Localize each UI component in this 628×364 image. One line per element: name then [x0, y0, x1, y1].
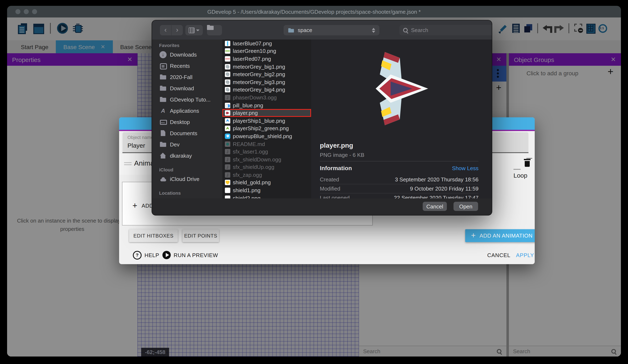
sidebar-item[interactable]: Dev	[152, 139, 222, 150]
sidebar-item[interactable]: Applications	[152, 105, 222, 117]
new-folder-button[interactable]	[207, 25, 222, 35]
information-title: Information	[320, 165, 352, 171]
info-row: Created 3 September 2020 Thursday 18:56	[320, 175, 478, 184]
locations-label: Locations	[159, 190, 222, 195]
file-dialog-footer: Cancel Open	[152, 198, 492, 215]
info-row: Last opened 22 September 2020 Tuesday 17…	[320, 193, 478, 198]
ship-green-icon	[225, 126, 230, 131]
help-icon: ?	[133, 251, 142, 260]
edit-points-button[interactable]: EDIT POINTS	[182, 229, 219, 242]
object-name-value: Player	[127, 142, 145, 149]
file-row[interactable]: meteorGrey_big2.png	[222, 70, 311, 78]
file-preview-pane: player.png PNG image - 6 KB Information …	[311, 40, 492, 198]
file-row[interactable]: laserRed07.png	[222, 55, 311, 62]
file-search-field[interactable]: Search	[399, 25, 492, 35]
current-folder-dropdown[interactable]: space	[284, 25, 379, 35]
apply-button[interactable]: APPLY	[516, 252, 534, 258]
file-row[interactable]: phaserDown3.ogg	[222, 94, 311, 101]
favorites-label: Favorites	[159, 43, 222, 48]
column-view-icon	[189, 27, 194, 33]
sidebar-item[interactable]: GDevelop Tuto...	[152, 94, 222, 105]
plus-icon: +	[471, 231, 476, 240]
shield-gold-icon	[225, 180, 230, 185]
forward-icon[interactable]: ›	[171, 25, 183, 35]
file-row[interactable]: laserGreen10.png	[222, 47, 311, 55]
applications-icon	[159, 107, 166, 114]
info-row: Modified 9 October 2020 Friday 11:59	[320, 184, 478, 193]
add-animation-button[interactable]: + ADD AN ANIMATION	[465, 229, 535, 242]
show-less-link[interactable]: Show Less	[452, 165, 478, 171]
help-button[interactable]: ? HELP	[133, 251, 159, 260]
search-icon	[403, 27, 408, 33]
view-mode-button[interactable]	[185, 25, 203, 35]
powerup-icon	[225, 133, 230, 139]
chevron-down-icon	[196, 29, 199, 31]
search-placeholder: Search	[411, 27, 428, 33]
file-list: laserBlue07.png laserGreen10.png laserRe…	[222, 40, 312, 198]
pill-icon	[225, 103, 230, 108]
folder-icon	[159, 85, 166, 92]
file-row[interactable]: shield2.png	[222, 194, 311, 198]
sidebar-item[interactable]: Download	[152, 83, 222, 94]
file-row[interactable]: meteorGrey_big1.png	[222, 63, 311, 70]
sidebar-item[interactable]: Downloads	[152, 49, 222, 60]
divider	[320, 161, 478, 161]
player-icon	[225, 110, 230, 116]
file-dialog-toolbar: ‹ › space	[152, 20, 492, 40]
close-window-icon[interactable]	[15, 9, 20, 14]
file-row[interactable]: meteorGrey_big4.png	[222, 86, 311, 94]
file-row[interactable]: sfx_shieldUp.ogg	[222, 163, 311, 171]
preview-file-meta: PNG image - 6 KB	[320, 152, 364, 158]
back-icon[interactable]: ‹	[160, 25, 171, 35]
audio-icon	[225, 172, 230, 178]
desktop: GDevelop 5 - /Users/dkarakay/Documents/G…	[0, 0, 628, 364]
audio-icon	[225, 157, 230, 162]
file-row[interactable]: pill_blue.png	[222, 102, 311, 109]
add-frame-button[interactable]: + ADD	[132, 201, 154, 210]
loop-field-underline	[513, 169, 521, 170]
delete-animation-icon[interactable]	[524, 158, 531, 168]
run-preview-button[interactable]: RUN A PREVIEW	[162, 251, 218, 259]
home-icon	[159, 152, 166, 159]
file-row[interactable]: README.md	[222, 140, 311, 148]
icloud-list: iCloud Drive	[152, 174, 222, 185]
sidebar-item[interactable]: Desktop	[152, 117, 222, 128]
folder-icon	[159, 141, 166, 148]
sidebar-item[interactable]: Recents	[152, 60, 222, 71]
file-row[interactable]: playerShip1_blue.png	[222, 117, 311, 124]
loop-label: Loop	[513, 172, 527, 179]
titlebar[interactable]: GDevelop 5 - /Users/dkarakay/Documents/G…	[7, 6, 621, 17]
file-info-rows: Created 3 September 2020 Thursday 18:56 …	[320, 175, 478, 198]
cloud-icon	[159, 176, 166, 183]
file-row[interactable]: sfx_zap.ogg	[222, 171, 311, 179]
object-name-label: Object name	[127, 135, 154, 140]
sidebar-item[interactable]: Documents	[152, 128, 222, 139]
file-row[interactable]: player.png	[222, 109, 311, 117]
minimize-window-icon[interactable]	[24, 9, 29, 14]
dropdown-chevrons-icon	[372, 28, 375, 33]
icloud-label: iCloud	[159, 167, 222, 172]
plus-icon: +	[132, 201, 137, 210]
current-folder-name: space	[298, 27, 312, 33]
file-row[interactable]: sfx_shieldDown.ogg	[222, 156, 311, 163]
file-row[interactable]: shield1.png	[222, 186, 311, 194]
file-row[interactable]: laserBlue07.png	[222, 40, 311, 47]
sidebar-item[interactable]: 2020-Fall	[152, 71, 222, 83]
file-row[interactable]: meteorGrey_big3.png	[222, 78, 311, 86]
sidebar-item[interactable]: dkarakay	[152, 150, 222, 161]
zoom-window-icon[interactable]	[32, 9, 37, 14]
ship-blue-icon	[225, 118, 230, 123]
favorites-list: Downloads Recents 2020-Fall	[152, 49, 222, 161]
cancel-button[interactable]: Cancel	[423, 202, 447, 211]
meteor-icon	[225, 87, 230, 93]
gdevelop-window: GDevelop 5 - /Users/dkarakay/Documents/G…	[7, 6, 621, 357]
cancel-button[interactable]: CANCEL	[487, 252, 511, 258]
file-row[interactable]: playerShip2_green.png	[222, 124, 311, 132]
sidebar-item[interactable]: iCloud Drive	[152, 174, 222, 185]
edit-hitboxes-button[interactable]: EDIT HITBOXES	[129, 229, 178, 242]
file-row[interactable]: shield_gold.png	[222, 179, 311, 186]
open-button[interactable]: Open	[454, 202, 478, 211]
drag-handle-icon[interactable]	[124, 162, 132, 163]
file-row[interactable]: powerupBlue_shield.png	[222, 132, 311, 140]
file-row[interactable]: sfx_laser1.ogg	[222, 148, 311, 156]
